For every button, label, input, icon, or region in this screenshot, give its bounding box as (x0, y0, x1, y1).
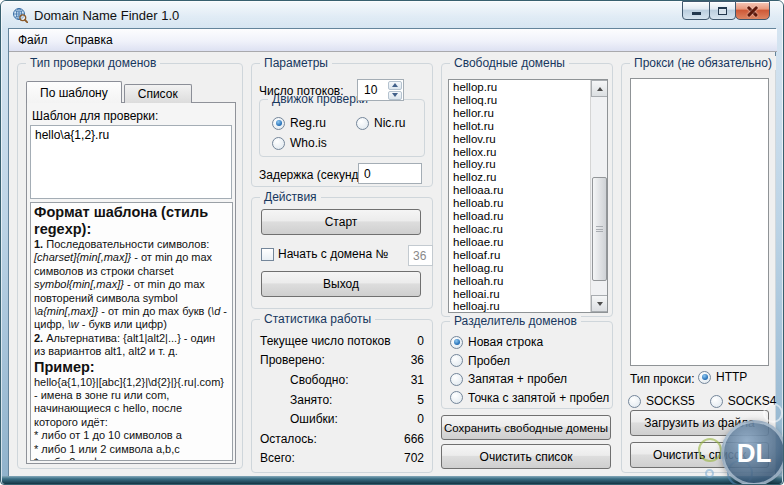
list-item[interactable]: helloai.ru (449, 288, 590, 301)
minimize-icon (692, 12, 701, 15)
list-item[interactable]: helloaj.ru (449, 300, 590, 313)
stats-row: Проверено:36 (260, 351, 426, 371)
menu-item-file[interactable]: Файл (9, 29, 57, 51)
radio-label: SOCKS5 (646, 394, 695, 408)
list-item[interactable]: hellot.ru (449, 120, 590, 133)
stats-group-title: Статистика работы (260, 312, 375, 326)
title-bar[interactable]: Domain Name Finder 1.0 (1, 1, 783, 29)
free-domains-group: Свободные домены hellop.ruhelloq.ruhello… (441, 63, 613, 317)
help-line: 1. Последовательности символов: (34, 238, 229, 251)
list-item[interactable]: hellop.ru (449, 81, 590, 94)
list-item[interactable]: helloab.ru (449, 197, 590, 210)
proxy-load-button[interactable]: Загрузить из файла (630, 410, 769, 436)
separator-group-title: Разделитель доменов (450, 314, 581, 328)
radio-icon (450, 336, 463, 349)
engine-option-2[interactable]: Who.is (272, 136, 356, 150)
list-item[interactable]: helloac.ru (449, 223, 590, 236)
list-item[interactable]: helloaa.ru (449, 184, 590, 197)
list-item[interactable]: helload.ru (449, 210, 590, 223)
menu-item-help[interactable]: Справка (57, 29, 122, 51)
scroll-thumb[interactable] (592, 177, 607, 281)
stat-label: Ошибки: (260, 412, 338, 426)
close-button[interactable] (735, 1, 770, 20)
maximize-button[interactable] (709, 1, 736, 20)
scrollbar[interactable] (590, 80, 607, 312)
save-domains-button[interactable]: Сохранить свободные домены (441, 415, 611, 440)
proxy-type-secondary: SOCKS5SOCKS4 (628, 394, 776, 408)
stat-label: Занято: (260, 393, 332, 407)
separator-option-0[interactable]: Новая строка (450, 335, 609, 349)
delay-label: Задержка (секунд): (259, 168, 366, 182)
start-from-checkbox[interactable] (261, 248, 274, 261)
list-item[interactable]: helloz.ru (449, 171, 590, 184)
pattern-tab-page: Шаблон для проверки: Формат шаблона (сти… (26, 102, 236, 464)
radio-icon (628, 395, 641, 408)
stat-label: Проверено: (260, 353, 325, 367)
radio-icon (710, 395, 723, 408)
scroll-down-button[interactable] (591, 295, 608, 312)
help-line: * либо 2 цифры (34, 456, 229, 461)
proxy-list-input[interactable] (630, 78, 769, 366)
stat-label: Осталось: (260, 432, 317, 446)
start-button[interactable]: Старт (261, 209, 421, 235)
help-line: * либо от 1 до 10 символов a (34, 429, 229, 442)
start-from-row: Начать с домена № (261, 247, 388, 261)
stats-rows: Текущее число потоков0Проверено:36Свобод… (260, 331, 426, 468)
stat-label: Текущее число потоков (260, 334, 391, 348)
proxy-type-option-1[interactable]: SOCKS5 (628, 394, 695, 408)
list-item[interactable]: helloah.ru (449, 275, 590, 288)
stat-label: Свободно: (260, 373, 349, 387)
stat-value: 0 (417, 412, 426, 426)
help-line: \a{min[,max]} - от min до max букв (\d -… (34, 305, 229, 332)
delay-input[interactable] (358, 163, 422, 184)
list-item[interactable]: helloaf.ru (449, 249, 590, 262)
stats-row: Всего:702 (260, 449, 426, 469)
separator-option-2[interactable]: Запятая + пробел (450, 372, 609, 386)
list-item[interactable]: helloag.ru (449, 262, 590, 275)
proxy-type-option-0[interactable]: HTTP (698, 370, 747, 384)
clear-domains-button[interactable]: Очистить список (441, 444, 611, 469)
proxy-type-option-2[interactable]: SOCKS4 (710, 394, 777, 408)
list-item[interactable]: helloy.ru (449, 158, 590, 171)
list-item[interactable]: hellox.ru (449, 146, 590, 159)
stat-value: 5 (417, 393, 426, 407)
help-line: [charset]{min[,max]} - от min до max сим… (34, 251, 229, 278)
radio-label: Пробел (468, 354, 510, 368)
engine-option-1[interactable]: Nic.ru (356, 116, 405, 130)
radio-label: Who.is (290, 136, 327, 150)
separator-option-1[interactable]: Пробел (450, 354, 609, 368)
list-item[interactable]: hellov.ru (449, 133, 590, 146)
start-from-input[interactable] (408, 245, 433, 266)
proxy-type-label: Тип прокси: (630, 372, 695, 386)
proxy-group: Прокси (не обязательно) Тип прокси: HTTP… (621, 63, 776, 473)
tab-list[interactable]: Список (124, 84, 192, 103)
stat-label: Всего: (260, 451, 295, 465)
list-item[interactable]: helloae.ru (449, 236, 590, 249)
actions-group-title: Действия (260, 190, 321, 204)
scroll-up-button[interactable] (591, 80, 608, 97)
list-item[interactable]: hellor.ru (449, 107, 590, 120)
pattern-input[interactable] (30, 125, 232, 199)
radio-label: HTTP (716, 370, 747, 384)
threads-spin-up-button[interactable] (388, 81, 402, 90)
tab-by-pattern[interactable]: По шаблону (26, 81, 122, 103)
menu-bar: ФайлСправка (9, 29, 777, 52)
radio-icon (450, 373, 463, 386)
separator-group: Разделитель доменов Новая строкаПробелЗа… (441, 321, 613, 409)
separator-option-3[interactable]: Точка с запятой + пробел (450, 391, 609, 405)
minimize-button[interactable] (682, 1, 710, 20)
exit-button[interactable]: Выход (261, 271, 421, 297)
engine-option-0[interactable]: Reg.ru (272, 116, 356, 130)
list-item[interactable]: helloq.ru (449, 94, 590, 107)
spin-up-icon (392, 83, 398, 87)
radio-label: Запятая + пробел (468, 372, 567, 386)
help-line: 2. Альтернатива: {alt1|alt2|...} - один … (34, 332, 229, 359)
stat-value: 31 (411, 373, 426, 387)
threads-input[interactable] (358, 80, 388, 100)
stats-group: Статистика работы Текущее число потоков0… (251, 319, 433, 473)
threads-spin-down-button[interactable] (388, 91, 402, 100)
stat-value: 666 (404, 432, 426, 446)
params-group-title: Параметры (260, 56, 332, 70)
proxy-clear-button[interactable]: Очистить список (630, 442, 769, 468)
radio-icon (272, 137, 285, 150)
